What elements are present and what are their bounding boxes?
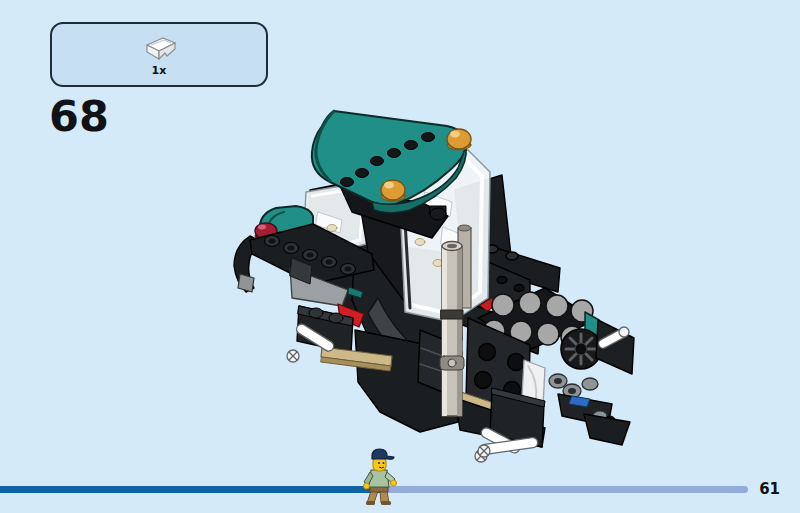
progress-bar-remaining xyxy=(387,486,748,493)
coupling-rings xyxy=(549,374,598,398)
build-illustration xyxy=(0,0,800,513)
minifig-cap xyxy=(372,449,394,459)
fan-disc-icon xyxy=(561,329,601,369)
progress-bar-completed xyxy=(0,486,387,493)
progress-minifigure xyxy=(362,446,404,506)
instruction-page: 1x 68 xyxy=(0,0,800,513)
page-number: 61 xyxy=(759,480,780,498)
